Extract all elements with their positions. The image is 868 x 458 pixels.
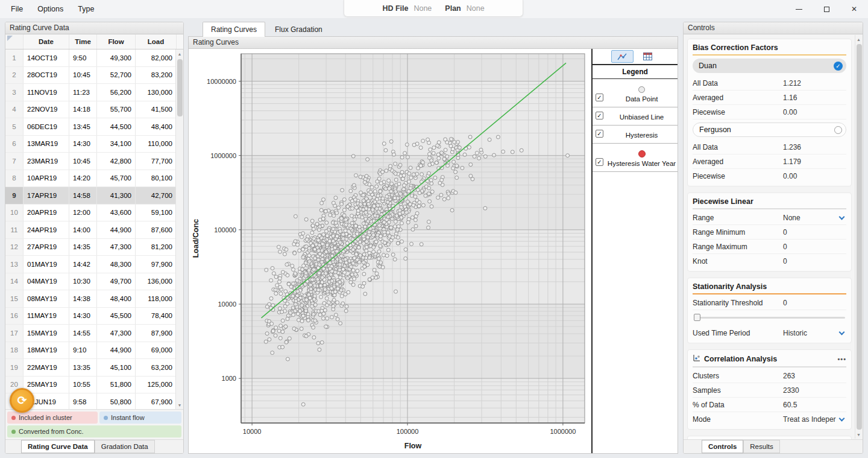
tab-results[interactable]: Results (743, 440, 779, 453)
scroll-up-icon[interactable]: ▲ (855, 35, 862, 43)
field-mode: ModeTreat as Indeper (693, 412, 846, 427)
slider-track (694, 317, 845, 319)
legend-checkbox-data-point[interactable]: ✓ (596, 94, 603, 101)
column-header-time[interactable]: Time (69, 34, 97, 49)
cell-load: 48,400 (136, 118, 177, 135)
maximize-button[interactable] (813, 0, 840, 18)
field-label: All Data (693, 79, 783, 87)
menu-options[interactable]: Options (30, 2, 71, 16)
legend-box: Legend ✓Data Point✓Unbiased Line✓Hystere… (593, 64, 678, 453)
tab-flux-gradation[interactable]: Flux Gradation (266, 22, 331, 37)
table-row[interactable]: 114OCT199:5049,30082,000 (5, 49, 183, 67)
section-menu-button[interactable]: ••• (837, 355, 846, 363)
refresh-button[interactable]: ⟳ (10, 388, 34, 413)
table-row[interactable]: 311NOV1911:2356,200130,000 (5, 84, 183, 101)
scroll-up-icon[interactable]: ▲ (176, 49, 183, 58)
scroll-down-icon[interactable]: ▼ (855, 430, 862, 439)
tab-gradation-data[interactable]: Gradation Data (95, 440, 155, 453)
field-value[interactable]: Historic (783, 329, 840, 337)
field-knot: Knot0 (693, 254, 846, 269)
cell-load: 136,000 (136, 273, 177, 290)
cell-date: 23MAR19 (24, 153, 69, 170)
cell-flow: 41,300 (97, 187, 136, 204)
table-row[interactable]: 1404MAY1910:3049,700136,000 (5, 273, 183, 291)
legend-checkbox-hysteresis[interactable]: ✓ (596, 130, 603, 138)
table-row[interactable]: 506DEC1913:4544,50048,400 (5, 118, 183, 136)
table-row[interactable]: 613MAR1914:3034,100110,000 (5, 136, 183, 153)
field-label: Mode (693, 415, 783, 424)
cell-load: 125,000 (136, 377, 177, 393)
table-row[interactable]: 422NOV1914:1855,70041,500 (5, 101, 183, 119)
field-value[interactable]: 0 (783, 299, 846, 307)
chart-view-button[interactable] (611, 50, 634, 63)
column-header-load[interactable]: Load (136, 34, 177, 49)
cell-load: 87,600 (136, 221, 177, 238)
sort-corner-icon (7, 36, 13, 41)
cell-time: 14:42 (69, 256, 97, 273)
menu-file[interactable]: File (4, 2, 30, 16)
method-option-duan[interactable]: Duan✓ (693, 59, 846, 73)
table-row[interactable]: 917APR1914:5841,30042,700 (5, 187, 183, 205)
cell-load: 130,000 (136, 84, 177, 101)
close-button[interactable]: ✕ (840, 0, 868, 18)
scrollbar-thumb[interactable] (857, 44, 862, 430)
cell-date: 06DEC19 (24, 118, 69, 135)
chip-dot-icon (11, 416, 16, 420)
chart-title-bar: Rating Curves (189, 37, 678, 49)
field-value[interactable]: Treat as Indeper (783, 415, 840, 424)
rating-curve-chart[interactable]: 1000100001000001000000100000001000010000… (189, 49, 591, 453)
section-stationarity: Stationarity AnalysisStationarity Thresh… (687, 278, 852, 343)
column-header-date[interactable]: Date (24, 34, 69, 49)
menu-type[interactable]: Type (71, 2, 101, 16)
table-row[interactable]: 1922MAY1913:3545,10063,200 (5, 359, 183, 377)
cell-time: 13:45 (69, 118, 97, 135)
field-label: Averaged (693, 94, 783, 102)
field-all-data: All Data1.236 (693, 140, 846, 154)
legend-checkbox-hysteresis-water-year[interactable]: ✓ (596, 158, 603, 166)
field-of-data: % of Data60.5 (693, 398, 846, 412)
table-row[interactable]: 1124APR1914:0044,90087,600 (5, 221, 183, 239)
row-number: 2 (5, 67, 24, 84)
table-row[interactable]: 1508MAY1914:3848,400118,000 (5, 290, 183, 308)
table-row[interactable]: 1227APR1914:3547,30081,200 (5, 239, 183, 256)
chevron-down-icon[interactable] (839, 214, 845, 220)
correlation-icon (693, 354, 700, 364)
table-view-button[interactable] (637, 50, 659, 63)
table-row[interactable]: 723MAR1910:4542,80077,700 (5, 153, 183, 170)
cell-date: 18MAY19 (24, 342, 69, 359)
table-row[interactable]: 2025MAY1910:5551,800125,000 (5, 377, 183, 394)
legend-checkbox-unbiased-line[interactable]: ✓ (596, 112, 603, 119)
refresh-icon: ⟳ (17, 393, 27, 407)
field-value[interactable]: None (783, 214, 840, 222)
controls-scrollbar[interactable]: ▲ ▼ (855, 35, 862, 439)
table-row[interactable]: 810APR1914:2045,70080,100 (5, 170, 183, 188)
tab-rating-curve-data[interactable]: Rating Curve Data (21, 440, 95, 453)
tab-rating-curves[interactable]: Rating Curves (203, 22, 265, 37)
chevron-down-icon[interactable] (839, 416, 845, 422)
cell-flow: 52,700 (97, 67, 136, 84)
scroll-down-icon[interactable]: ▼ (176, 401, 183, 409)
field-value[interactable]: 0 (783, 228, 846, 237)
method-option-ferguson[interactable]: Ferguson (693, 122, 846, 137)
table-scrollbar[interactable]: ▲ ▼ (175, 49, 183, 409)
minimize-button[interactable] (785, 0, 813, 18)
table-row[interactable]: 1611MAY1914:3045,50078,400 (5, 308, 183, 325)
table-row[interactable]: 1818MAY199:1044,90069,000 (5, 342, 183, 360)
field-value[interactable]: 0 (783, 243, 846, 251)
table-row[interactable]: 1715MAY1914:5547,30087,900 (5, 325, 183, 342)
row-number: 11 (5, 221, 24, 238)
select-all-corner[interactable] (5, 34, 24, 49)
file-plan-indicator: HD File None Plan None (344, 0, 523, 17)
scrollbar-thumb[interactable] (177, 59, 183, 116)
field-value[interactable]: 0 (783, 257, 846, 266)
slider-thumb[interactable] (694, 314, 700, 321)
table-row[interactable]: 228OCT1910:4552,70083,200 (5, 67, 183, 84)
column-header-flow[interactable]: Flow (97, 34, 136, 49)
table-row[interactable]: 1020APR1912:0043,60059,100 (5, 205, 183, 222)
tab-controls[interactable]: Controls (702, 440, 743, 453)
table-row[interactable]: 1301MAY1914:4248,30097,900 (5, 256, 183, 273)
row-number: 4 (5, 101, 24, 118)
field-value: 0.00 (783, 172, 846, 180)
chevron-down-icon[interactable] (839, 329, 845, 336)
stationarity-threshold-slider[interactable] (694, 313, 845, 322)
